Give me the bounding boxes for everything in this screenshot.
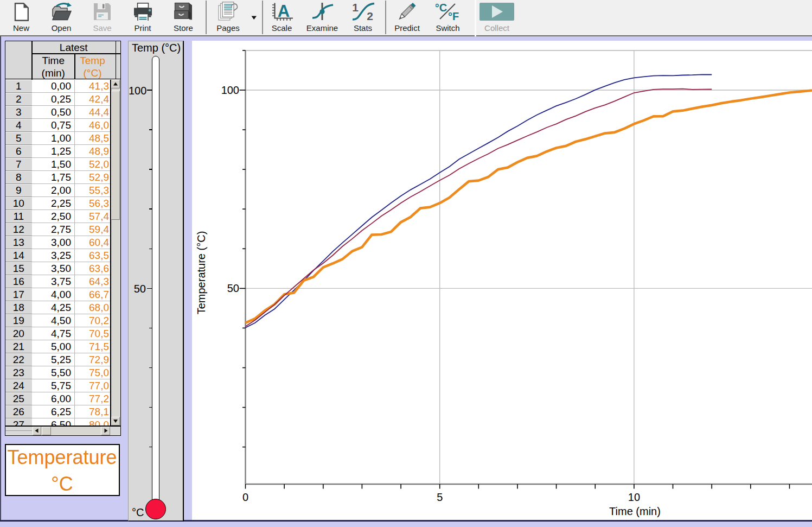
svg-text:Temperature (°C): Temperature (°C) — [195, 231, 207, 315]
svg-text:10: 10 — [628, 491, 640, 503]
svg-text:°C: °C — [436, 2, 447, 14]
svg-text:5: 5 — [437, 491, 443, 503]
svg-text:50: 50 — [227, 282, 239, 294]
svg-text:Time (min): Time (min) — [609, 505, 661, 517]
svg-text:1: 1 — [352, 2, 359, 14]
svg-text:0: 0 — [242, 491, 248, 503]
svg-text:2: 2 — [367, 10, 373, 21]
svg-text:100: 100 — [221, 84, 239, 96]
svg-text:A: A — [278, 2, 290, 21]
svg-text:°F: °F — [448, 10, 459, 21]
